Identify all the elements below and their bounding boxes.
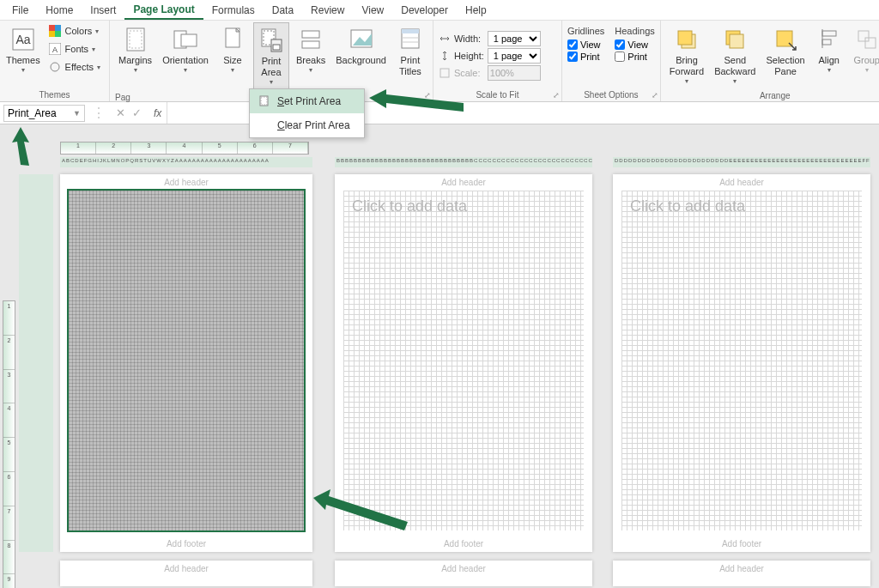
cancel-formula-button[interactable]: ✕ (116, 106, 125, 119)
tab-page-layout[interactable]: Page Layout (124, 1, 203, 20)
group-sheet-options: Gridlines View Print Headings View Print… (562, 21, 661, 101)
svg-rect-30 (730, 34, 743, 48)
scale-input (488, 65, 541, 81)
group-button[interactable]: Group▾ (850, 22, 879, 78)
ribbon: Aa Themes ▾ Colors▾ A Fonts▾ Effects▾ (0, 21, 879, 102)
chevron-down-icon: ▾ (21, 66, 25, 75)
group-arrange: Bring Forward▾ Send Backward▾ Selection … (661, 21, 879, 101)
themes-label: Themes (6, 55, 40, 66)
send-backward-icon (721, 26, 749, 53)
print-titles-icon (397, 26, 424, 53)
enter-formula-button[interactable]: ✓ (132, 106, 142, 119)
width-icon (439, 33, 451, 45)
tab-data[interactable]: Data (264, 2, 302, 19)
page-6[interactable]: Add header (613, 561, 870, 586)
themes-button[interactable]: Aa Themes ▾ (5, 22, 41, 78)
width-select[interactable]: 1 page (488, 31, 541, 46)
group-scale-to-fit: Width: 1 page Height: 1 page Scale: Scal… (433, 21, 562, 101)
tab-view[interactable]: View (353, 2, 392, 19)
svg-rect-26 (440, 69, 449, 77)
svg-text:Aa: Aa (15, 33, 30, 46)
print-titles-button[interactable]: Print Titles (393, 22, 427, 81)
name-box[interactable]: Print_Area ▼ (3, 105, 85, 122)
bring-forward-button[interactable]: Bring Forward▾ (666, 22, 707, 89)
size-button[interactable]: Size▾ (215, 22, 250, 78)
name-box-dropdown-icon[interactable]: ▼ (73, 109, 81, 118)
print-area-dropdown: Set Print Area Clear Print Area (249, 88, 365, 138)
horizontal-ruler: 1234567 (60, 142, 309, 155)
gridlines-print-checkbox[interactable]: Print (567, 52, 604, 62)
selection-pane-icon (772, 26, 799, 53)
row-headers[interactable] (19, 174, 53, 552)
set-print-area-icon (258, 94, 272, 108)
column-headers-1[interactable]: ABCDEFGHIJKLMNOPQRSTUVWXYZAAAAAAAAAAAAAA… (60, 157, 312, 167)
align-button[interactable]: Align▾ (812, 22, 846, 78)
fx-button[interactable]: fx (149, 107, 167, 119)
page-4[interactable]: Add header (60, 561, 312, 586)
svg-rect-23 (402, 29, 419, 33)
print-area-icon (258, 27, 285, 54)
colors-button[interactable]: Colors▾ (45, 22, 104, 39)
height-icon (439, 50, 451, 62)
column-headers-2[interactable]: BBBBBBBBBBBBBBBBBBBBBBBBBBBBBBBBCCCCCCCC… (335, 157, 592, 167)
fonts-icon: A (48, 42, 62, 56)
set-print-area-item[interactable]: Set Print Area (250, 89, 364, 113)
selection-pane-button[interactable]: Selection Pane (762, 22, 808, 81)
headings-print-checkbox[interactable]: Print (615, 52, 654, 62)
bring-forward-icon (673, 26, 700, 53)
height-select[interactable]: 1 page (488, 48, 541, 64)
clear-print-area-rest: lear Print Area (285, 119, 350, 131)
page-1[interactable]: Add header Add footer (60, 174, 312, 552)
tab-help[interactable]: Help (457, 2, 495, 19)
effects-button[interactable]: Effects▾ (45, 58, 104, 76)
themes-icon: Aa (9, 26, 37, 53)
svg-rect-4 (49, 31, 55, 37)
clear-print-area-item[interactable]: Clear Print Area (250, 113, 364, 137)
worksheet-area: 1234567 12345678910 ABCDEFGHIJKLMNOPQRST… (0, 124, 879, 588)
gridlines-view-checkbox[interactable]: View (567, 39, 604, 50)
print-area-button[interactable]: Print Area▾ (253, 22, 289, 91)
colors-icon (48, 24, 62, 38)
tab-insert[interactable]: Insert (82, 2, 124, 19)
group-label-arrange: Arrange (666, 89, 879, 102)
tab-home[interactable]: Home (37, 2, 82, 19)
headings-view-checkbox[interactable]: View (615, 39, 654, 50)
margins-button[interactable]: Margins▾ (115, 22, 155, 78)
scale-icon (439, 67, 451, 79)
page-header[interactable]: Add header (60, 174, 312, 191)
breaks-button[interactable]: Breaks▾ (293, 22, 329, 78)
scale-dialog-launcher[interactable]: ⤢ (553, 91, 560, 100)
send-backward-button[interactable]: Send Backward▾ (711, 22, 759, 89)
background-button[interactable]: Background (332, 22, 390, 70)
group-label-scale: Scale to Fit (439, 88, 556, 101)
align-icon (815, 26, 843, 53)
fonts-button[interactable]: A Fonts▾ (45, 40, 104, 58)
column-headers-3[interactable]: DDDDDDDDDDDDDDDDDDDDDDDDDEEEEEEEEEEEEEEE… (613, 157, 870, 167)
page-3[interactable]: Add header Click to add data Add footer (613, 174, 870, 552)
svg-rect-32 (822, 31, 836, 36)
orientation-icon (172, 26, 199, 53)
svg-rect-36 (865, 38, 876, 48)
tab-formulas[interactable]: Formulas (203, 2, 264, 19)
svg-rect-2 (49, 25, 55, 31)
sheet-options-dialog-launcher[interactable]: ⤢ (652, 91, 658, 100)
svg-rect-18 (302, 31, 319, 38)
page-footer[interactable]: Add footer (60, 536, 312, 552)
group-icon (853, 26, 879, 53)
tab-file[interactable]: File (3, 2, 37, 19)
scale-label: Scale: (454, 68, 484, 78)
background-icon (348, 26, 375, 53)
breaks-icon (297, 26, 324, 53)
orientation-button[interactable]: Orientation▾ (159, 22, 212, 78)
page-body-selected[interactable] (69, 191, 304, 530)
page-setup-dialog-launcher[interactable]: ⤢ (424, 91, 431, 100)
tab-review[interactable]: Review (302, 2, 353, 19)
size-icon (219, 26, 246, 53)
name-box-value: Print_Area (8, 107, 57, 119)
click-to-add-data: Click to add data (352, 197, 467, 215)
tab-developer[interactable]: Developer (392, 2, 457, 19)
set-print-area-rest: et Print Area (284, 95, 341, 107)
page-2[interactable]: Add header Click to add data Add footer (335, 174, 592, 552)
page-5[interactable]: Add header (335, 561, 592, 586)
gridlines-heading: Gridlines (567, 26, 604, 36)
